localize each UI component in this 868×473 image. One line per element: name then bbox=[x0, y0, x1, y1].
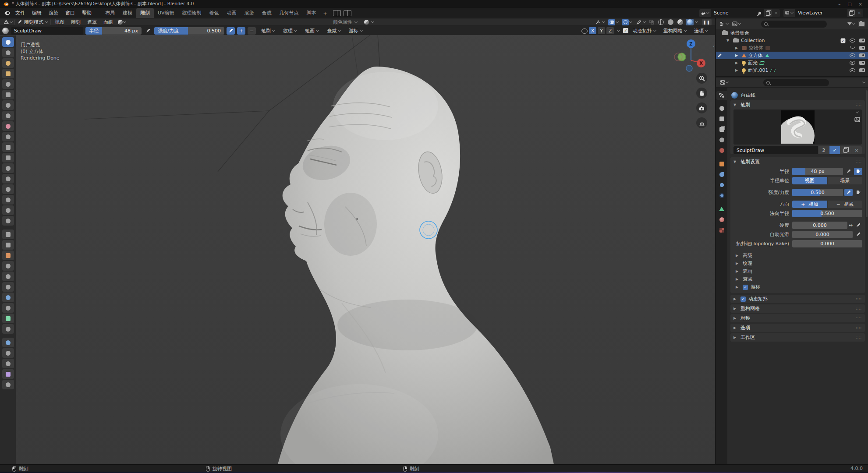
tool-grab-icon[interactable] bbox=[2, 195, 14, 205]
3d-viewport[interactable]: 雕刻模式 视图 雕刻 遮罩 面组 颜色属性 bbox=[0, 18, 715, 464]
radius-pressure-toggle[interactable] bbox=[144, 27, 152, 35]
tab-geometry-nodes[interactable]: 几何节点 bbox=[276, 8, 303, 18]
workspace-panel[interactable]: ▶ 工作区 ∷∷ bbox=[730, 333, 865, 342]
tool-snake-hook-icon[interactable] bbox=[2, 216, 14, 226]
tool-draw-icon[interactable] bbox=[2, 37, 14, 47]
tab-scripting[interactable]: 脚本 bbox=[303, 8, 320, 18]
properties-scrollbar[interactable] bbox=[866, 90, 868, 217]
hardness-slider[interactable]: 0.000 bbox=[792, 222, 847, 229]
tool-multiplane-scrape-icon[interactable] bbox=[2, 174, 14, 184]
tab-animation[interactable]: 动画 bbox=[223, 8, 241, 18]
shading-material-button[interactable] bbox=[676, 19, 684, 25]
radius-unit-scene-button[interactable]: 场景 bbox=[828, 177, 863, 184]
subpanel-cursor[interactable]: ▶✓游标 bbox=[730, 283, 865, 291]
tab-world-properties[interactable] bbox=[716, 146, 727, 155]
tool-crease-icon[interactable] bbox=[2, 121, 14, 131]
tab-sculpting[interactable]: 雕刻 bbox=[136, 8, 154, 18]
symmetry-y-button[interactable]: Y bbox=[598, 27, 605, 34]
tool-smooth-icon[interactable] bbox=[2, 132, 14, 141]
shading-rendered-button[interactable] bbox=[686, 19, 694, 25]
scene-browse-button[interactable] bbox=[699, 9, 711, 17]
tool-draw-sharp-icon[interactable] bbox=[2, 48, 14, 57]
add-workspace-button[interactable]: + bbox=[320, 10, 330, 18]
minimize-button[interactable]: – bbox=[838, 2, 840, 7]
tool-inflate-icon[interactable] bbox=[2, 100, 14, 110]
direction-add-button[interactable]: +相加 bbox=[792, 201, 827, 208]
brush-name-input[interactable]: SculptDraw bbox=[733, 146, 818, 154]
overlays-dropdown[interactable] bbox=[607, 19, 619, 25]
tab-object-data-properties[interactable] bbox=[716, 205, 727, 213]
tab-object-properties[interactable] bbox=[716, 159, 727, 168]
menu-window[interactable]: 窗口 bbox=[62, 8, 78, 18]
perspective-toggle-button[interactable] bbox=[696, 117, 707, 128]
strength-pressure-toggle[interactable] bbox=[844, 189, 853, 196]
tool-blob-icon[interactable] bbox=[2, 111, 14, 120]
collection-exclude-checkbox[interactable]: ✓ bbox=[841, 38, 846, 43]
tab-layout[interactable]: 布局 bbox=[101, 8, 119, 18]
pin-icon[interactable] bbox=[758, 11, 762, 14]
dyntopo-checkbox[interactable]: ✓ bbox=[740, 297, 746, 302]
brush-selector[interactable]: SculptDraw bbox=[11, 27, 83, 35]
zoom-button[interactable] bbox=[696, 73, 707, 84]
preview-expand-chevron[interactable] bbox=[855, 110, 858, 113]
panel-collapse-arrow[interactable]: ‹ bbox=[713, 44, 715, 49]
workspace-grid-icon[interactable] bbox=[344, 10, 351, 16]
remesh-panel[interactable]: ▶ 重构网格 ∷∷ bbox=[730, 304, 865, 313]
tool-clay-icon[interactable] bbox=[2, 58, 14, 68]
tool-mesh-filter-icon[interactable] bbox=[2, 359, 14, 368]
tool-elastic-deform-icon[interactable] bbox=[2, 205, 14, 215]
strength-extra-toggle[interactable] bbox=[854, 189, 862, 196]
xray-toggle[interactable] bbox=[648, 19, 655, 25]
normal-radius-slider[interactable]: 0.500 bbox=[792, 210, 862, 217]
menu-view[interactable]: 视图 bbox=[52, 18, 67, 26]
tool-scrape-icon[interactable] bbox=[2, 163, 14, 173]
invert-arrow-icon[interactable]: ↔ bbox=[849, 222, 853, 228]
subpanel-falloff[interactable]: ▶衰减 bbox=[730, 275, 865, 283]
outliner-row-collection[interactable]: ▼ Collection ✓ bbox=[716, 37, 868, 44]
subpanel-advanced[interactable]: ▶高级 bbox=[730, 252, 865, 259]
symmetry-panel[interactable]: ▶ 对称 ∷∷ bbox=[730, 314, 865, 322]
tool-nudge-icon[interactable] bbox=[2, 251, 14, 260]
cursor-checkbox[interactable]: ✓ bbox=[743, 285, 748, 290]
panel-grip-icon[interactable]: ∷∷ bbox=[856, 102, 862, 107]
tab-scene-properties[interactable] bbox=[716, 135, 727, 144]
shading-solid-button[interactable] bbox=[666, 19, 674, 25]
tool-pose-icon[interactable] bbox=[2, 240, 14, 250]
eye-closed-icon[interactable] bbox=[850, 46, 855, 49]
camera-render-icon[interactable] bbox=[859, 46, 865, 50]
topology-rake-slider[interactable]: 0.000 bbox=[792, 240, 862, 247]
stroke-popover[interactable]: 笔画 bbox=[302, 28, 322, 34]
tab-viewlayer-properties[interactable] bbox=[716, 125, 727, 134]
sculpted-head[interactable] bbox=[278, 67, 554, 464]
tab-modeling[interactable]: 建模 bbox=[119, 8, 136, 18]
outliner-row-area-light-2[interactable]: ▶ 面光.001 bbox=[716, 67, 868, 74]
dyntopo-popover[interactable]: 动态拓扑 bbox=[630, 28, 659, 34]
outliner-filter-mode[interactable] bbox=[731, 21, 741, 26]
fake-user-toggle[interactable]: ✓ bbox=[829, 146, 840, 154]
menu-file[interactable]: 文件 bbox=[12, 8, 28, 18]
eye-icon[interactable] bbox=[850, 68, 855, 72]
outliner-row-cube[interactable]: ▶ 立方体 bbox=[716, 52, 868, 59]
camera-render-icon[interactable] bbox=[859, 61, 865, 65]
workspace-layout-icon[interactable] bbox=[333, 10, 341, 16]
menu-sculpt[interactable]: 雕刻 bbox=[68, 18, 83, 26]
outliner-display-mode[interactable] bbox=[719, 21, 729, 26]
tool-cloth-icon[interactable] bbox=[2, 293, 14, 302]
panel-grip-icon[interactable]: ∷∷ bbox=[856, 316, 862, 321]
brush-popover[interactable]: 笔刷 bbox=[258, 28, 278, 34]
camera-render-icon[interactable] bbox=[859, 39, 865, 42]
tool-boundary-icon[interactable] bbox=[2, 282, 14, 292]
tab-texture-paint[interactable]: 纹理绘制 bbox=[178, 8, 205, 18]
remesh-popover[interactable]: 重构网格 bbox=[660, 28, 690, 34]
annotate-dropdown[interactable] bbox=[634, 19, 646, 25]
viewlayer-copy-button[interactable] bbox=[847, 9, 855, 17]
panel-grip-icon[interactable]: ∷∷ bbox=[856, 159, 862, 164]
tool-annotate-icon[interactable] bbox=[2, 380, 14, 389]
eye-icon[interactable] bbox=[850, 53, 855, 57]
properties-options-chevron[interactable] bbox=[862, 81, 865, 84]
strength-slider[interactable]: 0.500 bbox=[792, 189, 843, 196]
outliner-row-scene-collection[interactable]: 场景集合 bbox=[716, 29, 868, 37]
gizmo-minus-z-axis[interactable] bbox=[686, 65, 692, 71]
falloff-popover-button[interactable] bbox=[117, 20, 127, 25]
outliner-filter-button[interactable] bbox=[847, 22, 856, 25]
